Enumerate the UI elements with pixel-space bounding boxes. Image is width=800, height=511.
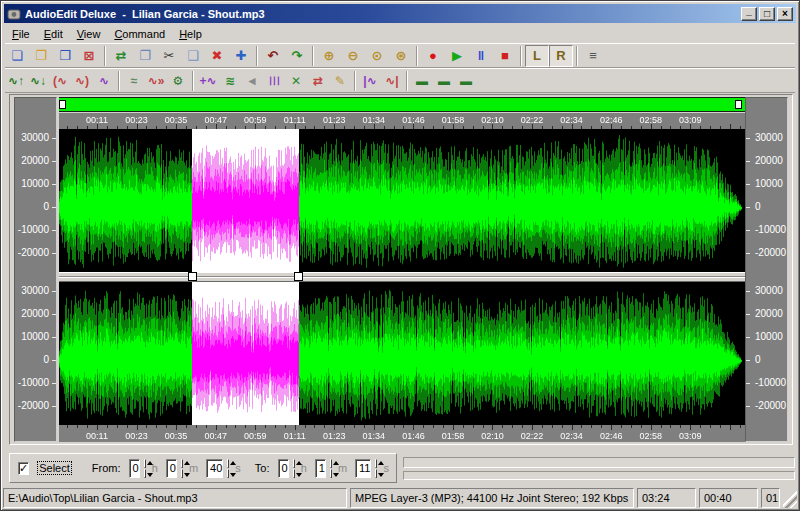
zoom-selection-button[interactable]: ⊙ [365, 45, 389, 67]
menu-item-file[interactable]: File [5, 26, 37, 42]
paste-button[interactable]: ❑ [181, 45, 205, 67]
save-file-button[interactable]: ❒ [53, 45, 77, 67]
effects-rack-button[interactable]: ⚙ [167, 70, 189, 92]
to-hours-stepper[interactable] [293, 459, 295, 478]
mute-button[interactable]: ◄ [241, 70, 263, 92]
to-seconds-field[interactable]: 11 [355, 459, 371, 478]
spin-down-icon[interactable] [181, 469, 183, 478]
to-hours-field[interactable]: 0 [278, 459, 289, 478]
trim-start-button[interactable]: |∿ [359, 70, 381, 92]
overview-start-handle[interactable] [59, 100, 66, 109]
left-channel-toggle-button[interactable]: L [525, 45, 549, 67]
close-file-button[interactable]: ⊠ [77, 45, 101, 67]
spin-up-icon[interactable] [144, 459, 146, 468]
timeline-ruler-top[interactable] [59, 113, 745, 129]
cut-button[interactable]: ✂ [157, 45, 181, 67]
spin-up-icon[interactable] [293, 459, 295, 468]
menu-item-edit[interactable]: Edit [37, 26, 70, 42]
from-seconds-stepper[interactable] [227, 459, 229, 478]
redo-button[interactable]: ↷ [285, 45, 309, 67]
fade-in-button[interactable]: (∿ [49, 70, 71, 92]
new-file-button[interactable]: ❏ [5, 45, 29, 67]
insert-silence-button[interactable]: ▬ [433, 70, 455, 92]
overview-track[interactable] [59, 97, 745, 112]
channel-divider [59, 272, 745, 282]
copy-button[interactable]: ❐ [133, 45, 157, 67]
spin-down-icon[interactable] [144, 469, 146, 478]
silence-selection-button[interactable]: ▬ [411, 70, 433, 92]
equalizer-button[interactable]: ☰ [263, 70, 285, 92]
from-label: From: [92, 462, 121, 474]
spin-up-icon[interactable] [330, 459, 332, 468]
revert-file-button[interactable]: ⇄ [109, 45, 133, 67]
play-button[interactable]: ▶ [445, 45, 469, 67]
resize-grip[interactable] [783, 488, 797, 508]
delete-silence-button[interactable]: ▬ [455, 70, 477, 92]
batch-settings-button[interactable]: ≡ [581, 45, 605, 67]
amplitude-scale-label: 0 [43, 201, 49, 213]
spin-down-icon[interactable] [375, 469, 377, 478]
waveform-right-channel[interactable] [59, 282, 745, 425]
to-minutes-field[interactable]: 1 [315, 459, 326, 478]
insert-wave-icon: +∿ [199, 75, 216, 87]
from-seconds-field[interactable]: 40 [206, 459, 223, 478]
close-button[interactable]: × [777, 7, 793, 21]
amplitude-scale-label: 30000 [21, 285, 49, 297]
stop-icon: ■ [501, 49, 509, 62]
spin-down-icon[interactable] [227, 469, 229, 478]
scale-tick [746, 406, 750, 407]
menu-item-help[interactable]: Help [172, 26, 209, 42]
stop-button[interactable]: ■ [493, 45, 517, 67]
zoom-all-button[interactable]: ⊛ [389, 45, 413, 67]
normalize-button[interactable]: ∿ [93, 70, 115, 92]
overview-position-bar[interactable] [59, 98, 745, 111]
noise-reduction-button[interactable]: ≈ [123, 70, 145, 92]
menu-item-command[interactable]: Command [107, 26, 172, 42]
spin-up-icon[interactable] [181, 459, 183, 468]
fade-out-button[interactable]: ∿) [71, 70, 93, 92]
to-minutes-stepper[interactable] [330, 459, 332, 478]
undo-button[interactable]: ↶ [261, 45, 285, 67]
timeline-ruler-bottom[interactable] [59, 425, 745, 442]
insert-wave-button[interactable]: +∿ [197, 70, 219, 92]
from-hours-stepper[interactable] [144, 459, 146, 478]
selection-end-handle[interactable] [294, 272, 303, 281]
zoom-in-button[interactable]: ⊕ [317, 45, 341, 67]
from-minutes-stepper[interactable] [181, 459, 183, 478]
minimize-button[interactable]: _ [741, 7, 757, 21]
status-total-time: 03:24 [637, 488, 696, 508]
spin-down-icon[interactable] [330, 469, 332, 478]
from-hours-field[interactable]: 0 [129, 459, 140, 478]
record-button[interactable]: ● [421, 45, 445, 67]
amplify-decrease-button[interactable]: ∿↓ [27, 70, 49, 92]
reverse-button[interactable]: ⇄ [307, 70, 329, 92]
title-bar[interactable]: AudioEdit Deluxe - Lilian Garcia - Shout… [4, 4, 796, 23]
from-minutes-field[interactable]: 0 [166, 459, 177, 478]
overview-end-handle[interactable] [735, 100, 742, 109]
spin-up-icon[interactable] [375, 459, 377, 468]
right-channel-toggle-button[interactable]: R [549, 45, 573, 67]
pause-button[interactable]: ‖ [469, 45, 493, 67]
select-checkbox-label[interactable]: Select [37, 461, 72, 475]
delete-selection-button[interactable]: ✖ [205, 45, 229, 67]
amplitude-scale-label: -10000 [18, 377, 49, 389]
menu-item-view[interactable]: View [70, 26, 108, 42]
amplify-increase-button[interactable]: ∿↑ [5, 70, 27, 92]
open-file-button[interactable]: ❐ [29, 45, 53, 67]
echo-button[interactable]: ∿» [145, 70, 167, 92]
edit-pencil-button[interactable]: ✎ [329, 70, 351, 92]
envelope-button[interactable]: ✕ [285, 70, 307, 92]
spin-up-icon[interactable] [227, 459, 229, 468]
select-checkbox[interactable]: ✓ [18, 462, 29, 475]
spin-down-icon[interactable] [293, 469, 295, 478]
mix-wave-button[interactable]: ≋ [219, 70, 241, 92]
selection-start-handle[interactable] [188, 272, 197, 281]
trim-end-button[interactable]: ∿| [381, 70, 403, 92]
amplitude-scale-right: 3000020000100000-10000-20000300002000010… [745, 97, 788, 442]
to-seconds-stepper[interactable] [375, 459, 377, 478]
scale-tick [52, 230, 56, 231]
paste-mix-button[interactable]: ✚ [229, 45, 253, 67]
waveform-left-channel[interactable] [59, 129, 745, 272]
zoom-out-button[interactable]: ⊖ [341, 45, 365, 67]
maximize-button[interactable]: □ [759, 7, 775, 21]
